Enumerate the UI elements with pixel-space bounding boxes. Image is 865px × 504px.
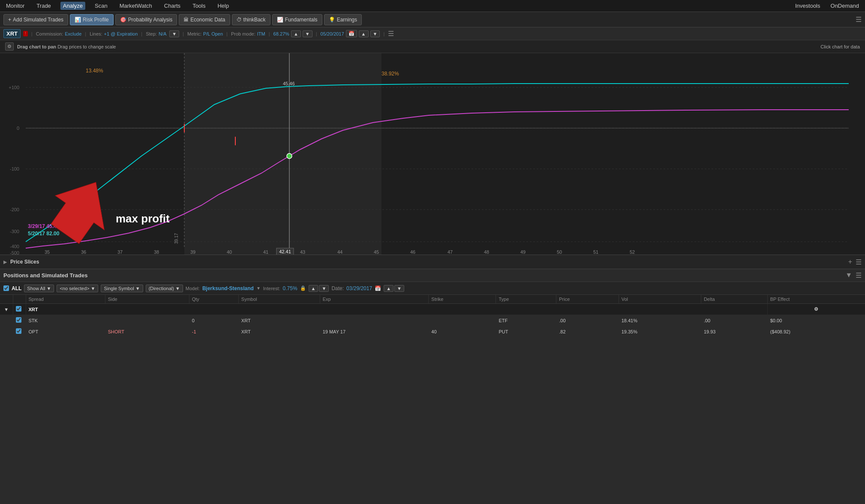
prob-mode-dropdown[interactable]: ITM [257, 31, 265, 36]
col-vol: Vol [619, 295, 701, 304]
filter-date-up[interactable]: ▲ [384, 285, 393, 292]
filter-date[interactable]: 03/29/2017 [346, 285, 372, 291]
date-down[interactable]: ▼ [370, 30, 380, 37]
group-gear-icon[interactable]: ⚙ [767, 304, 865, 315]
col-bp: BP Effect [767, 295, 865, 304]
ticker-selector[interactable]: XRT ! [3, 29, 28, 38]
cell-spread-opt: OPT [26, 326, 105, 337]
svg-text:49: 49 [520, 249, 526, 255]
filter-date-down[interactable]: ▼ [394, 285, 404, 292]
svg-text:41: 41 [263, 249, 268, 255]
directional-dropdown[interactable]: (Directional) ▼ [146, 285, 183, 292]
price-slices-menu-icon[interactable]: ☰ [856, 258, 862, 266]
interest-down[interactable]: ▼ [319, 285, 329, 292]
single-symbol-dropdown[interactable]: Single Symbol ▼ [101, 285, 143, 292]
percentage-up[interactable]: ▲ [291, 30, 301, 37]
date-up[interactable]: ▲ [359, 30, 369, 37]
toolbar: + Add Simulated Trades 📊 Risk Profile 🎯 … [0, 12, 865, 27]
nav-marketwatch[interactable]: MarketWatch [117, 2, 155, 10]
cell-qty-stk: 0 [189, 315, 238, 326]
chart-info-bar: ⚙ Drag chart to pan Drag prices to chang… [0, 40, 865, 53]
percentage-down[interactable]: ▼ [303, 30, 312, 37]
price-slices-add-icon[interactable]: + [848, 258, 852, 266]
filter-date-calendar[interactable]: 📅 [375, 285, 381, 291]
svg-text:46: 46 [410, 249, 415, 255]
svg-text:max profit: max profit [116, 212, 170, 225]
col-exp: Exp [320, 295, 429, 304]
chart-settings-icon[interactable]: ⚙ [5, 42, 14, 51]
group-checkbox[interactable] [16, 306, 21, 312]
group-row-xrt: ▼ XRT ⚙ [0, 304, 865, 315]
date-calendar[interactable]: 📅 [346, 30, 357, 37]
nav-scan[interactable]: Scan [92, 2, 110, 10]
nav-trade[interactable]: Trade [34, 2, 53, 10]
positions-bar: Positions and Simulated Trades ▼ ☰ [0, 269, 865, 282]
row-opt-checkbox[interactable] [16, 328, 21, 334]
price-slices-bar: ▶ Price Slices + ☰ [0, 255, 865, 269]
cell-spread-stk: STK [26, 315, 105, 326]
earnings-button[interactable]: 💡 Earnings [324, 14, 362, 25]
positions-menu-icon[interactable]: ☰ [856, 271, 862, 279]
svg-text:43: 43 [300, 249, 305, 255]
thinkback-icon: ⏱ [237, 17, 242, 23]
all-checkbox[interactable] [3, 285, 9, 291]
top-nav: Monitor Trade Analyze Scan MarketWatch C… [0, 0, 865, 12]
svg-text:38: 38 [154, 249, 159, 255]
svg-text:-500: -500 [10, 250, 19, 255]
interest-value[interactable]: 0.75% [283, 285, 297, 291]
settings-menu-icon[interactable]: ☰ [388, 30, 394, 38]
add-simulated-trades-button[interactable]: + Add Simulated Trades [3, 14, 68, 25]
price-slices-expand[interactable]: ▶ [3, 259, 7, 265]
row-stk-checkbox[interactable] [16, 317, 21, 323]
no-selected-chevron: ▼ [91, 286, 96, 291]
nav-analyze[interactable]: Analyze [60, 2, 85, 10]
svg-text:35: 35 [45, 249, 50, 255]
no-selected-dropdown[interactable]: <no selected> ▼ [57, 285, 98, 292]
col-check [13, 295, 26, 304]
nav-monitor[interactable]: Monitor [3, 2, 27, 10]
svg-text:39: 39 [190, 249, 195, 255]
plus-icon: + [8, 17, 11, 23]
nav-help[interactable]: Help [215, 2, 231, 10]
commission-dropdown[interactable]: Exclude [65, 31, 81, 36]
click-chart-label: Click chart for data [820, 44, 860, 49]
menu-icon[interactable]: ☰ [856, 16, 862, 23]
date-value[interactable]: 05/20/2017 [321, 31, 344, 36]
group-expand[interactable]: ▼ [0, 304, 13, 315]
positions-down-icon[interactable]: ▼ [845, 271, 852, 279]
metric-dropdown[interactable]: P/L Open [203, 31, 223, 36]
svg-text:5/20/17 82.00: 5/20/17 82.00 [28, 231, 60, 237]
all-label: ALL [12, 285, 21, 291]
prob-icon: 🎯 [120, 17, 126, 23]
interest-up[interactable]: ▲ [309, 285, 318, 292]
risk-profile-icon: 📊 [75, 17, 81, 23]
show-all-dropdown[interactable]: Show All ▼ [24, 285, 54, 292]
thinkback-button[interactable]: ⏱ thinkBack [232, 14, 270, 25]
economic-data-button[interactable]: 🏛 Economic Data [179, 14, 230, 25]
svg-text:40: 40 [227, 249, 232, 255]
prob-analysis-button[interactable]: 🎯 Probability Analysis [115, 14, 177, 25]
svg-text:-100: -100 [10, 166, 19, 171]
svg-text:-400: -400 [10, 244, 19, 249]
cell-exp-stk [320, 315, 429, 326]
cell-vol-opt: 19.35% [619, 326, 701, 337]
fundamentals-button[interactable]: 📈 Fundamentals [272, 14, 322, 25]
svg-text:37: 37 [117, 249, 123, 255]
nav-ondemand[interactable]: OnDemand [828, 2, 862, 10]
cell-symbol-stk: XRT [238, 315, 320, 326]
svg-text:47: 47 [448, 249, 453, 255]
percentage-value[interactable]: 68.27% [273, 31, 289, 36]
col-delta: Delta [701, 295, 767, 304]
filter-date-controls: ▲ ▼ [384, 285, 404, 292]
svg-text:52: 52 [630, 249, 635, 255]
nav-investools[interactable]: Investools [793, 2, 823, 10]
svg-text:50: 50 [557, 249, 562, 255]
nav-charts[interactable]: Charts [162, 2, 183, 10]
chart-area[interactable]: +100 0 -100 -200 -300 -400 -500 39.17 42… [0, 53, 865, 255]
model-value[interactable]: Bjerksund-Stensland [202, 285, 254, 291]
nav-tools[interactable]: Tools [190, 2, 208, 10]
lines-dropdown[interactable]: +1 @ Expiration [104, 31, 138, 36]
step-dropdown[interactable]: N/A [159, 31, 166, 36]
cell-vol-stk: 18.41% [619, 315, 701, 326]
risk-profile-button[interactable]: 📊 Risk Profile [70, 14, 114, 25]
